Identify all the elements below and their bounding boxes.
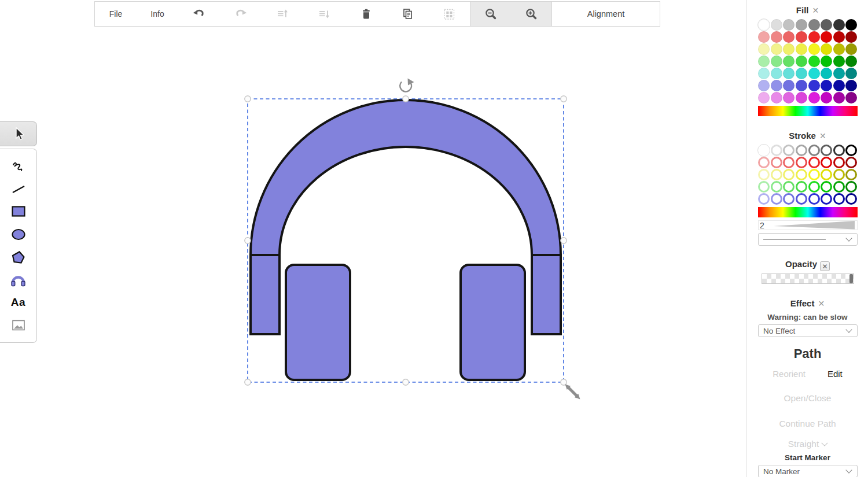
tool-ellipse[interactable] [10, 226, 27, 242]
fill-swatch[interactable] [821, 92, 832, 103]
fill-swatch[interactable] [796, 80, 807, 91]
resize-arrow-icon[interactable] [565, 384, 580, 400]
tool-headphones-shape[interactable] [10, 272, 27, 288]
fill-swatch[interactable] [845, 19, 857, 31]
stroke-width-control[interactable]: 2 [758, 220, 858, 230]
tool-rectangle[interactable] [10, 204, 27, 220]
headphones-left-band-end[interactable] [251, 255, 279, 334]
fill-swatch[interactable] [796, 19, 807, 31]
fill-swatch[interactable] [771, 68, 782, 79]
drawing-canvas[interactable] [0, 0, 746, 477]
stroke-swatch[interactable] [758, 193, 770, 205]
headphones-right-band-end[interactable] [532, 255, 561, 334]
stroke-swatch[interactable] [771, 193, 782, 205]
stroke-swatch[interactable] [758, 145, 770, 156]
selection-handle[interactable] [561, 96, 567, 102]
fill-swatch[interactable] [796, 56, 807, 67]
fill-swatch[interactable] [821, 19, 832, 31]
fill-swatch[interactable] [783, 19, 795, 31]
stroke-swatch[interactable] [796, 157, 807, 168]
edit-path-button[interactable]: Edit [827, 369, 843, 379]
tool-scribble[interactable] [10, 158, 27, 174]
stroke-width-slider[interactable] [774, 220, 855, 230]
fill-swatch[interactable] [808, 68, 820, 79]
fill-swatch[interactable] [783, 31, 795, 43]
stroke-swatch[interactable] [845, 157, 857, 168]
stroke-swatch[interactable] [783, 169, 795, 180]
start-marker-select[interactable]: No Marker [758, 465, 858, 477]
stroke-swatch[interactable] [771, 169, 782, 180]
stroke-swatch[interactable] [833, 181, 845, 193]
stroke-swatch[interactable] [783, 181, 795, 193]
fill-swatch[interactable] [758, 68, 770, 79]
stroke-swatch[interactable] [808, 169, 820, 180]
selection-handle[interactable] [245, 238, 251, 243]
stroke-swatch[interactable] [833, 145, 845, 156]
delete-button[interactable] [345, 2, 387, 25]
fill-swatch[interactable] [796, 92, 807, 103]
tool-polygon[interactable] [10, 249, 27, 265]
selection-handle[interactable] [245, 379, 251, 385]
fill-swatch[interactable] [845, 43, 857, 55]
fill-swatch[interactable] [783, 43, 795, 55]
stroke-swatch[interactable] [796, 145, 807, 156]
opacity-slider-handle[interactable] [849, 274, 853, 283]
fill-swatch[interactable] [845, 31, 857, 43]
fill-swatch[interactable] [796, 31, 807, 43]
tool-image[interactable] [10, 317, 27, 334]
undo-button[interactable] [178, 2, 220, 25]
fill-swatch[interactable] [758, 43, 770, 55]
fill-swatch[interactable] [783, 68, 795, 79]
fill-swatch[interactable] [833, 80, 845, 91]
fill-swatch[interactable] [771, 31, 782, 43]
fill-swatch[interactable] [771, 80, 782, 91]
stroke-swatch[interactable] [821, 169, 832, 180]
stroke-swatch[interactable] [808, 157, 820, 168]
stroke-swatch[interactable] [808, 145, 820, 156]
stroke-swatch[interactable] [783, 193, 795, 205]
stroke-swatch[interactable] [845, 169, 857, 180]
stroke-swatch[interactable] [808, 193, 820, 205]
fill-swatch[interactable] [845, 92, 857, 103]
fill-swatch[interactable] [845, 68, 857, 79]
duplicate-button[interactable] [387, 2, 428, 25]
fill-swatch[interactable] [808, 43, 820, 55]
fill-swatch[interactable] [808, 80, 820, 91]
fill-swatch[interactable] [771, 19, 782, 31]
stroke-spectrum-bar[interactable] [758, 207, 858, 217]
zoom-in-button[interactable] [511, 2, 551, 25]
stroke-swatch[interactable] [833, 169, 845, 180]
stroke-style-select[interactable] [758, 233, 858, 246]
stroke-swatch[interactable] [821, 157, 832, 168]
selection-handle[interactable] [561, 238, 567, 243]
fill-swatch[interactable] [771, 43, 782, 55]
fill-swatch[interactable] [771, 92, 782, 103]
fill-swatch[interactable] [821, 56, 832, 67]
stroke-swatch[interactable] [796, 193, 807, 205]
zoom-out-button[interactable] [470, 2, 511, 25]
headphones-right-earcup[interactable] [461, 265, 525, 380]
fill-swatch[interactable] [833, 56, 845, 67]
stroke-swatch[interactable] [845, 181, 857, 193]
fill-swatch[interactable] [783, 56, 795, 67]
stroke-close-icon[interactable]: ✕ [819, 131, 826, 140]
fill-close-icon[interactable]: ✕ [812, 6, 819, 15]
fill-swatch[interactable] [808, 92, 820, 103]
fill-swatch[interactable] [758, 92, 770, 103]
stroke-swatch[interactable] [758, 157, 770, 168]
opacity-close-icon[interactable]: ✕ [820, 261, 830, 271]
stroke-swatch[interactable] [845, 145, 857, 156]
stroke-swatch[interactable] [783, 157, 795, 168]
stroke-swatch[interactable] [833, 157, 845, 168]
info-button[interactable]: Info [137, 2, 178, 25]
fill-swatch[interactable] [808, 56, 820, 67]
stroke-swatch[interactable] [821, 193, 832, 205]
stroke-swatch[interactable] [845, 193, 857, 205]
stroke-swatch[interactable] [758, 181, 770, 193]
fill-swatch[interactable] [833, 43, 845, 55]
fill-swatch[interactable] [833, 68, 845, 79]
fill-swatch[interactable] [796, 68, 807, 79]
stroke-swatch[interactable] [821, 181, 832, 193]
headphones-shape[interactable] [251, 100, 561, 380]
fill-swatch[interactable] [821, 80, 832, 91]
